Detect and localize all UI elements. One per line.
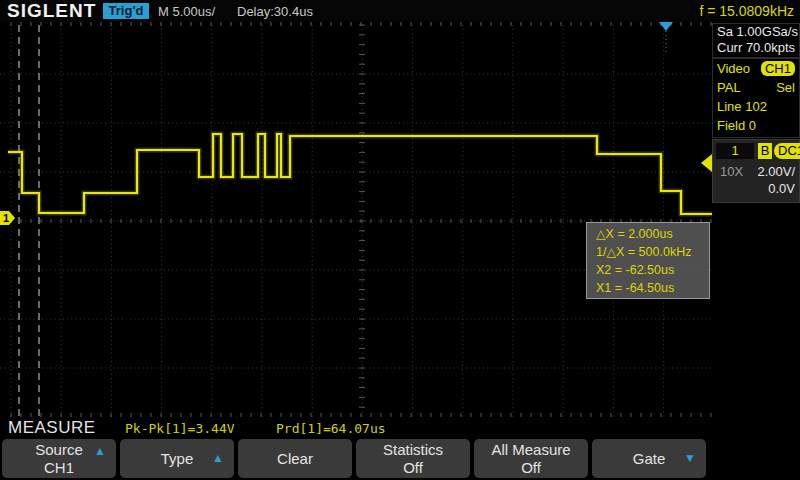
trigger-level-icon[interactable] [701,154,712,172]
softkey-menu: Source CH1 ▲ Type ▲ Clear Statistics Off… [0,438,800,480]
softkey-all-measure[interactable]: All Measure Off [474,439,588,478]
cursor-delta-x: △X = 2.000us [596,225,709,243]
delay-readout: Delay:30.4us [237,4,313,19]
video-standard: PAL [717,80,741,95]
down-arrow-icon: ▼ [684,451,696,465]
trigger-type-label: Video [717,61,750,76]
trigger-source-badge: CH1 [761,61,795,76]
trigger-position-icon[interactable] [659,22,673,31]
cursor-x2-value: X2 = -62.50us [596,261,709,279]
up-arrow-icon: ▲ [94,444,106,458]
vertical-offset: 0.0V [768,181,795,196]
channel1-trace-glow [8,134,712,214]
cursor-x1-value: X1 = -64.50us [596,279,709,297]
softkey-clear[interactable]: Clear [238,439,352,478]
memory-depth: Curr 70.0kpts [713,40,799,56]
softkey-gate[interactable]: Gate ▼ [592,439,706,478]
video-line: Line 102 [713,97,799,116]
channel1-descriptor-box[interactable]: 1 B DC1M 10X 2.00V/ 0.0V [712,139,800,203]
measurement-period: Prd[1]=64.07us [276,421,386,436]
channel-number: 1 [716,143,754,159]
up-arrow-icon: ▲ [212,451,224,465]
top-status-bar: SIGLENT Trig'd M 5.00us/ Delay:30.4us f … [0,0,800,22]
softkey-type[interactable]: Type ▲ [120,439,234,478]
vertical-scale: 2.00V/ [757,164,795,179]
timebase-readout: M 5.00us/ [158,4,215,19]
trigger-info-box: Video CH1 PAL Sel Line 102 Field 0 [712,58,800,138]
brand-logo: SIGLENT [7,0,96,22]
graticule [0,22,712,418]
measurement-pkpk: Pk-Pk[1]=3.44V [125,421,235,436]
acquisition-info-box: Sa 1.00GSa/s Curr 70.0kpts [712,23,800,58]
measure-title: MEASURE [8,418,96,438]
oscilloscope-screen: 1 SIGLENT Trig'd M 5.00us/ Delay:30.4us … [0,0,800,480]
channel1-ground-marker[interactable]: 1 [0,211,15,225]
trigger-status-badge: Trig'd [103,3,149,19]
frequency-counter: f = 15.0809kHz [699,3,794,19]
right-sidebar: Sa 1.00GSa/s Curr 70.0kpts Video CH1 PAL… [712,22,800,438]
video-field: Field 0 [713,116,799,135]
channel1-trace [8,134,712,214]
bandwidth-badge: B [758,143,772,159]
video-sel: Sel [776,78,795,97]
cursor-inv-delta-x: 1/△X = 500.0kHz [596,243,709,261]
coupling-badge: DC1M [774,143,800,159]
cursor-readout-box: △X = 2.000us 1/△X = 500.0kHz X2 = -62.50… [586,222,710,299]
measure-status-bar: MEASURE Pk-Pk[1]=3.44V Prd[1]=64.07us [0,417,712,438]
softkey-statistics[interactable]: Statistics Off [356,439,470,478]
svg-text:1: 1 [3,212,9,224]
sample-rate: Sa 1.00GSa/s [713,24,799,40]
probe-attenuation: 10X [720,164,743,179]
softkey-source[interactable]: Source CH1 ▲ [2,439,116,478]
